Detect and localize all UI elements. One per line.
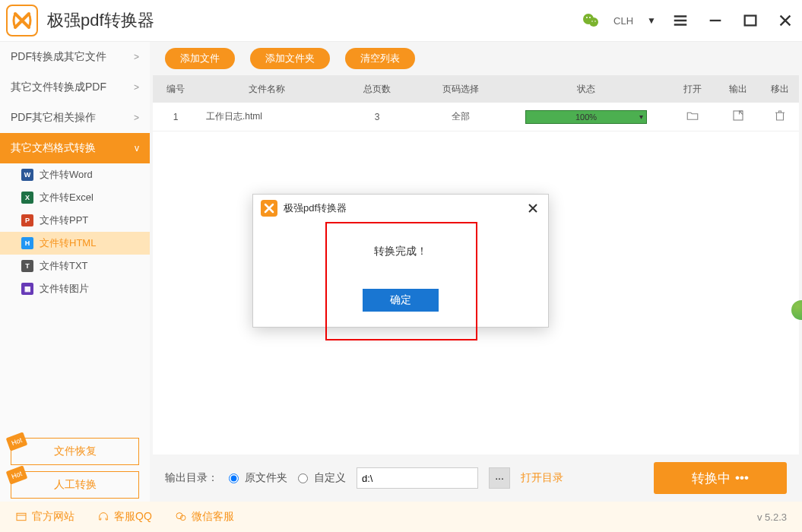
completion-dialog: 极强pdf转换器 转换完成！ 确定	[252, 194, 549, 328]
dialog-message: 转换完成！	[268, 245, 533, 258]
highlight-box	[325, 222, 477, 340]
dialog-ok-button[interactable]: 确定	[363, 289, 439, 312]
dialog-title: 极强pdf转换器	[284, 201, 525, 215]
dialog-logo	[261, 200, 277, 217]
modal-overlay: 极强pdf转换器 转换完成！ 确定	[0, 0, 802, 532]
dialog-close-button[interactable]	[525, 201, 540, 216]
dialog-header: 极强pdf转换器	[253, 195, 548, 222]
